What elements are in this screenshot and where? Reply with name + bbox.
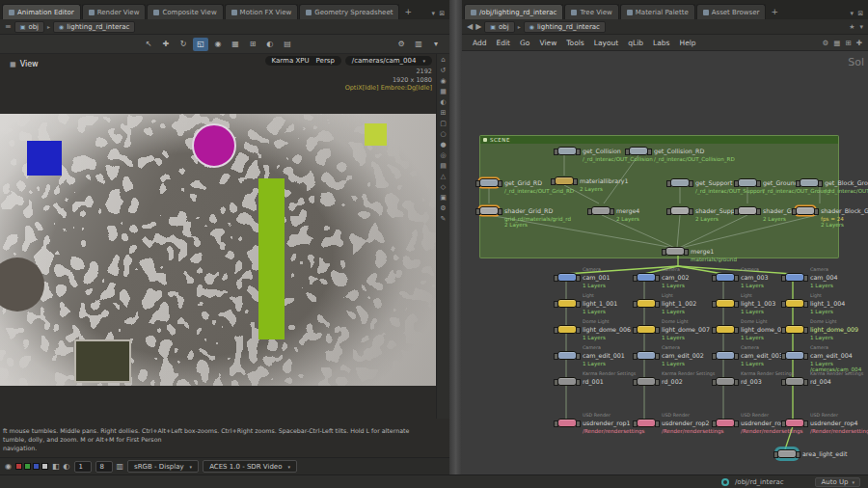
node-body[interactable] xyxy=(670,178,690,187)
status-node-path[interactable]: /obj/rd_interac xyxy=(735,478,784,486)
node-body[interactable] xyxy=(591,206,610,215)
node-body[interactable] xyxy=(716,325,735,334)
bars-icon[interactable]: ▤ xyxy=(440,163,447,170)
node-body[interactable] xyxy=(665,247,685,256)
node-cam-edit-001[interactable]: Cameracam_edit_0011 Layers xyxy=(557,351,577,360)
node-area-light-edit[interactable]: area_light_edit xyxy=(777,449,797,458)
forward-icon[interactable]: ▶ xyxy=(475,22,481,31)
pane-menu-icon[interactable]: ▾ xyxy=(432,10,436,17)
tab-asset-browser[interactable]: Asset Browser xyxy=(696,4,767,19)
node-cam-004[interactable]: Cameracam_0041 Layers xyxy=(785,273,804,282)
view-tool-icon[interactable]: ◉ xyxy=(210,38,226,51)
rotate-tool-icon[interactable]: ↻ xyxy=(176,38,191,51)
node-usdrender-rop3[interactable]: USD Renderusdrender_rop3/Render/renderse… xyxy=(716,419,735,427)
node-cam-003[interactable]: Cameracam_0031 Layers xyxy=(716,273,735,282)
node-cam-edit-002[interactable]: Cameracam_edit_0021 Layers xyxy=(637,351,656,360)
path-root-chip[interactable]: ▣ obj xyxy=(14,21,44,33)
node-body[interactable] xyxy=(716,419,735,427)
node-body[interactable] xyxy=(777,449,797,458)
node-light-1-001[interactable]: Lightlight_1_0011 Layers xyxy=(557,299,577,308)
node-shader-block-ground[interactable]: shader_Block_Groundfps = 242 Layers xyxy=(796,206,815,215)
panes-icon[interactable]: ⊞ xyxy=(845,39,851,47)
tab-composite-view[interactable]: Composite View xyxy=(147,4,223,19)
render-image[interactable] xyxy=(0,114,436,386)
channels-icon[interactable]: ▥ xyxy=(117,462,124,471)
node-body[interactable] xyxy=(785,273,804,282)
node-get-collision-rd[interactable]: get_Collision_RD/_rd_interac/OUT_Collisi… xyxy=(629,147,648,155)
node-rd-003[interactable]: Karma Render Settingsrd_003 xyxy=(716,377,735,386)
back-icon[interactable]: ◀ xyxy=(467,22,473,31)
viewport-settings-icon[interactable]: ⚙ xyxy=(393,38,409,51)
node-body[interactable] xyxy=(557,325,577,334)
node-rd-004[interactable]: Karma Render Settingsrd_004 xyxy=(785,377,804,386)
node-usdrender-rop1[interactable]: USD Renderusdrender_rop1/Render/renderse… xyxy=(557,419,577,427)
node-usdrender-rop4[interactable]: USD Renderusdrender_rop4/Render/renderse… xyxy=(785,419,804,427)
node-body[interactable] xyxy=(785,377,804,386)
close-pane-icon[interactable]: ⊠ xyxy=(857,10,863,17)
node-body[interactable] xyxy=(716,351,735,360)
node-body[interactable] xyxy=(637,273,656,282)
node-body[interactable] xyxy=(557,351,577,360)
grid-toggle-icon[interactable]: ▦ xyxy=(440,89,447,95)
menu-qlib[interactable]: qLib xyxy=(623,37,648,49)
camera-badge[interactable]: /cameras/cam_004 ▾ xyxy=(345,56,432,66)
color-swatch-1[interactable] xyxy=(24,463,31,470)
node-body[interactable] xyxy=(785,325,804,334)
node-body[interactable] xyxy=(557,273,577,282)
translate-tool-icon[interactable]: ✚ xyxy=(158,38,174,51)
path-menu-icon[interactable]: ▾ xyxy=(859,23,863,31)
node-body[interactable] xyxy=(716,299,735,308)
pane-link-icon[interactable]: ≡ xyxy=(5,22,12,31)
prefs-icon[interactable]: ⚙ xyxy=(440,205,446,212)
node-body[interactable] xyxy=(637,351,656,360)
renderer-badge[interactable]: Karma XPU Persp xyxy=(265,56,341,66)
path-current-chip[interactable]: ◉ lighting_rd_interac xyxy=(524,21,606,33)
menu-help[interactable]: Help xyxy=(675,37,701,49)
shading-icon[interactable]: ◐ xyxy=(262,38,278,51)
tab-motion-fx-view[interactable]: Motion FX View xyxy=(225,4,299,19)
path-current-chip[interactable]: ◉ lighting_rd_interac xyxy=(53,21,135,33)
node-light-dome-009[interactable]: Dome Lightlight_dome_0091 Layers xyxy=(785,325,804,334)
menu-add[interactable]: Add xyxy=(468,37,492,49)
node-body[interactable] xyxy=(479,178,499,187)
node-body[interactable] xyxy=(557,419,577,427)
path-root-chip[interactable]: ▣ obj xyxy=(484,21,514,33)
menu-go[interactable]: Go xyxy=(515,37,534,49)
node-rd-002[interactable]: Karma Render Settingsrd_002 xyxy=(637,377,656,386)
node-usdrender-rop2[interactable]: USD Renderusdrender_rop2/Render/renderse… xyxy=(637,419,656,427)
tab-obj-lighting-rd-interac[interactable]: /obj/lighting_rd_interac xyxy=(464,4,563,19)
shading-mode-icon[interactable]: ◐ xyxy=(440,99,446,106)
tab-geometry-spreadsheet[interactable]: Geometry Spreadsheet xyxy=(299,4,399,19)
view-transform-dropdown[interactable]: ACES 1.0 - SDR Video▾ xyxy=(203,460,297,473)
node-body[interactable] xyxy=(716,273,735,282)
auto-update-toggle[interactable]: Auto Up▾ xyxy=(815,477,860,487)
tab-animation-editor[interactable]: Animation Editor xyxy=(2,4,81,19)
node-body[interactable] xyxy=(785,351,804,360)
close-pane-icon[interactable]: ⊠ xyxy=(439,10,445,17)
color-swatch-3[interactable] xyxy=(41,463,48,470)
tab-material-palette[interactable]: Material Palette xyxy=(620,4,695,19)
node-body[interactable] xyxy=(738,178,757,187)
network-editor[interactable]: SCENE get_Collision/_rd_interac/OUT_Coll… xyxy=(462,52,868,474)
color-swatch-0[interactable] xyxy=(15,463,22,470)
menu-tools[interactable]: Tools xyxy=(561,37,588,49)
node-body[interactable] xyxy=(800,178,819,187)
diamond-icon[interactable]: ◇ xyxy=(441,184,446,191)
menu-layout[interactable]: Layout xyxy=(589,37,624,49)
display-bars-icon[interactable]: ▤ xyxy=(280,38,295,51)
node-body[interactable] xyxy=(557,299,577,308)
color-swatch-2[interactable] xyxy=(33,463,40,470)
scale-tool-icon[interactable]: ◱ xyxy=(193,38,208,51)
node-get-collision[interactable]: get_Collision/_rd_interac/OUT_Collision xyxy=(557,147,577,155)
pane-divider[interactable] xyxy=(449,0,462,474)
settings-icon[interactable]: ⚙ xyxy=(823,39,829,47)
tab-render-view[interactable]: Render View xyxy=(82,4,147,19)
node-light-1-003[interactable]: Lightlight_1_0031 Layers xyxy=(716,299,735,308)
node-get-block-ground[interactable]: get_Block_Ground/_rd_interac/OUT_Block_G… xyxy=(800,178,819,187)
node-get-ground[interactable]: get_Ground/_rd_interac/OUT_Ground xyxy=(738,178,757,187)
node-body[interactable] xyxy=(738,206,757,215)
snap-grid-icon[interactable]: ▦ xyxy=(228,38,243,51)
node-materiallibrary1[interactable]: materiallibrary12 Layers xyxy=(555,176,574,185)
node-merge4[interactable]: merge42 Layers xyxy=(591,206,610,215)
frame-view-icon[interactable]: ↺ xyxy=(441,68,447,74)
